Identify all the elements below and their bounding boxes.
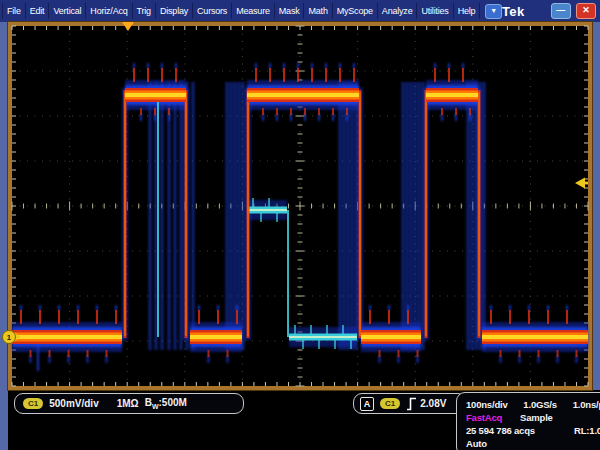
menu-analyze[interactable]: Analyze xyxy=(378,3,418,19)
menu-mask[interactable]: Mask xyxy=(275,3,305,19)
menu-help[interactable]: Help xyxy=(454,3,481,19)
graticule-markers: 1 xyxy=(3,22,589,344)
menu-myscope[interactable]: MyScope xyxy=(333,3,378,19)
trigger-level-marker[interactable] xyxy=(575,178,585,189)
menu-trig[interactable]: Trig xyxy=(133,3,156,19)
channel-scale: 500mV/div xyxy=(49,398,98,409)
waveform-blue-layer xyxy=(12,63,588,371)
channel1-marker-label: 1 xyxy=(7,333,12,342)
sample-mode: Sample xyxy=(520,411,553,424)
menu-bar: File Edit Vertical Horiz/Acq Trig Displa… xyxy=(0,0,600,22)
menu-dropdown-icon[interactable]: ▼ xyxy=(485,4,501,19)
timebase: 100ns/div xyxy=(466,398,508,411)
menu-edit[interactable]: Edit xyxy=(26,3,50,19)
fastacq-mode: FastAcq xyxy=(466,411,502,424)
sample-rate: 1.0GS/s xyxy=(523,398,556,411)
waveform-display: 1 xyxy=(12,26,588,386)
menu-math[interactable]: Math xyxy=(304,3,332,19)
trigger-channel-badge: C1 xyxy=(380,398,400,409)
trigger-source-badge: A xyxy=(360,397,374,411)
menu-vertical[interactable]: Vertical xyxy=(49,3,86,19)
acquisition-count: 25 594 786 acqs xyxy=(466,424,535,437)
tek-logo: Tek xyxy=(502,4,551,19)
resolution: 1.0ns/pt xyxy=(573,398,600,411)
menu-horiz-acq[interactable]: Horiz/Acq xyxy=(86,3,132,19)
menu-cursors[interactable]: Cursors xyxy=(193,3,232,19)
minimize-button[interactable]: — xyxy=(551,3,571,19)
right-margin-strip xyxy=(592,22,600,390)
oscilloscope-window: File Edit Vertical Horiz/Acq Trig Displa… xyxy=(0,0,600,450)
channel-impedance: 1MΩ xyxy=(117,398,139,409)
trigger-position-marker[interactable] xyxy=(122,22,134,31)
left-margin-strip xyxy=(0,22,8,450)
record-length: RL:1.0k xyxy=(574,424,600,437)
menu-display[interactable]: Display xyxy=(156,3,193,19)
channel-badge: C1 xyxy=(23,398,43,409)
menu-measure[interactable]: Measure xyxy=(232,3,275,19)
channel-bandwidth: BW:500M xyxy=(145,397,187,410)
trigger-readout[interactable]: A C1 2.08V xyxy=(353,393,467,414)
acquisition-readout[interactable]: 100ns/div 1.0GS/s 1.0ns/pt FastAcq Sampl… xyxy=(456,392,600,450)
menu-utilities[interactable]: Utilities xyxy=(417,3,453,19)
menu-file[interactable]: File xyxy=(2,3,26,19)
rising-edge-icon xyxy=(406,397,417,411)
channel-readout[interactable]: C1 500mV/div 1MΩ BW:500M xyxy=(14,393,244,414)
bw-value: :500M xyxy=(158,397,186,408)
bw-prefix: B xyxy=(145,397,152,408)
trigger-level-value: 2.08V xyxy=(420,398,446,409)
trigger-mode: Auto xyxy=(466,437,487,450)
close-button[interactable]: ✕ xyxy=(576,3,596,19)
